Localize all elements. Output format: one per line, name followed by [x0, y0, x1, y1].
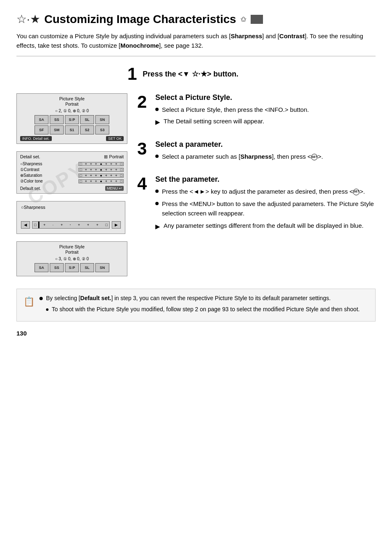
step-1-row: 1 Press the <▼ ☆·★> button. [16, 65, 376, 83]
step-1-title: Press the <▼ ☆·★> button. [143, 69, 238, 79]
title-icon: ☆·★ [16, 12, 40, 26]
step-2-bullet-1: Select a Picture Style, then press the <… [155, 105, 376, 115]
icon-s3: S3 [95, 125, 109, 134]
step-4-bullet-2: Press the <MENU> button to save the adju… [155, 199, 376, 218]
panel1-title: Picture Style [20, 96, 124, 101]
icon-sa: SA [35, 115, 48, 124]
sharpness-panel-title: ○Sharpness [21, 205, 121, 210]
note-bullet-2-text: To shoot with the Picture Style you modi… [52, 305, 360, 314]
note-bullet-2: To shoot with the Picture Style you modi… [39, 305, 360, 314]
icon-sp: S:P [65, 115, 79, 124]
title-rect [251, 15, 263, 24]
sharpness-slider: □ + + + ● + + + □ [78, 162, 124, 166]
step-2-bullet-1-text: Select a Picture Style, then press the <… [162, 105, 309, 115]
panel1-icons-row2: SF SM S1 S2 S3 [20, 125, 124, 134]
step-1-number: 1 [127, 65, 137, 83]
sharpness-right-arrow[interactable]: ► [112, 221, 121, 229]
picture-style-panel-2: Picture Style Portrait ○ 3, ① 0, ⊕ 0, ② … [16, 241, 127, 276]
info-button[interactable]: INFO. Detail set. [20, 136, 52, 141]
detail-bottom: Default set. MENU ↩ [20, 186, 124, 191]
main-layout: Picture Style Portrait ○ 2, ① 0, ⊕ 0, ② … [16, 93, 376, 276]
bullet-dot-small [46, 308, 48, 311]
step-2-number: 2 [137, 93, 150, 111]
sharpness-main-track: □ + · + · + + + □ [32, 221, 110, 229]
step-4-title: Set the parameter. [155, 175, 376, 184]
icon-sl: SL [80, 115, 94, 124]
set-ok-button[interactable]: SET OK [106, 136, 124, 141]
step-4-bullet-3-text: Any parameter settings different from th… [164, 221, 364, 231]
sharpness-marker [38, 222, 39, 228]
bullet-dot [155, 155, 159, 158]
step-3: 3 Select a parameter. Select a parameter… [137, 140, 376, 164]
p2-icon-ss: SS [50, 263, 64, 272]
detail-set-panel: COPY Detail set. ⊞ Portrait ○Sharpness □… [16, 151, 127, 194]
intro-text: You can customize a Picture Style by adj… [16, 32, 376, 50]
panel1-icons-row1: SA SS S:P SL SN [20, 115, 124, 124]
icon-sn: SN [95, 115, 109, 124]
icon-s1: S1 [65, 125, 79, 134]
icon-s2: S2 [80, 125, 94, 134]
sharpness-label: ○Sharpness [20, 162, 42, 166]
panel1-bottom: INFO. Detail set. SET OK [20, 136, 124, 141]
sharpness-panel: ○Sharpness ◄ □ + · + · + + + □ [16, 201, 125, 234]
panel4-values: ○ 3, ① 0, ⊕ 0, ② 0 [20, 257, 124, 261]
panel4-icons-row1: SA SS S:P SL SN [20, 263, 124, 272]
step-3-number: 3 [137, 140, 150, 157]
title-star: ✩ [240, 15, 247, 24]
note-icon: 📋 [23, 295, 35, 316]
step-2-bullet-2-text: The Detail setting screen will appear. [164, 117, 264, 126]
p2-icon-sn: SN [95, 263, 109, 272]
step-4: 4 Set the parameter. Press the <◄►> key … [137, 175, 376, 234]
detail-portrait: ⊞ Portrait [104, 154, 124, 160]
arrow-icon: ▶ [155, 222, 160, 231]
step-3-bullet-1-text: Select a parameter such as [Sharpness], … [162, 152, 323, 162]
colortone-label: ②Color tone [20, 179, 43, 183]
colortone-slider: □ + + + ● + + + □ [78, 179, 124, 183]
step-4-bullet-1: Press the <◄►> key to adjust the paramet… [155, 187, 376, 197]
step-2-title: Select a Picture Style. [155, 93, 376, 102]
note-section: 📋 By selecting [Default set.] in step 3,… [16, 289, 376, 322]
panel4-title: Picture Style [20, 244, 124, 249]
step-4-bullet-2-text: Press the <MENU> button to save the adju… [162, 199, 376, 218]
default-set-label: Default set. [20, 186, 41, 191]
saturation-label: ⊕Saturation [20, 173, 42, 178]
step-4-content: Set the parameter. Press the <◄►> key to… [155, 175, 376, 234]
page-number: 130 [16, 330, 376, 337]
arrow-icon: ▶ [155, 118, 160, 127]
step-4-bullet-1-text: Press the <◄►> key to adjust the paramet… [162, 187, 365, 197]
step-3-content: Select a parameter. Select a parameter s… [155, 140, 376, 164]
menu-button[interactable]: MENU ↩ [105, 186, 124, 191]
step-4-bullet-3: ▶ Any parameter settings different from … [155, 221, 376, 231]
saturation-slider: □ + + + ● + + + □ [78, 174, 124, 178]
title-area: ☆·★ Customizing Image Characteristics ✩ [16, 12, 376, 26]
panel4-subtitle: Portrait [20, 250, 124, 255]
right-column: 2 Select a Picture Style. Select a Pictu… [137, 93, 376, 276]
bullet-dot [155, 190, 159, 193]
note-content: By selecting [Default set.] in step 3, y… [39, 294, 360, 316]
sharpness-left-arrow[interactable]: ◄ [21, 221, 30, 229]
p2-icon-sl: SL [80, 263, 94, 272]
icon-ss: SS [50, 115, 64, 124]
step-3-title: Select a parameter. [155, 140, 376, 149]
icon-sm: SM [50, 125, 64, 134]
contrast-label: ①Contrast [20, 167, 39, 172]
step-4-number: 4 [137, 175, 150, 192]
contrast-slider: □ + + + ● + + + □ [78, 168, 124, 172]
saturation-row: ⊕Saturation □ + + + ● + + + □ [20, 173, 124, 178]
bullet-dot [155, 202, 159, 205]
detail-panel-header: Detail set. ⊞ Portrait [20, 154, 124, 160]
note-bullet-1-text: By selecting [Default set.] in step 3, y… [46, 294, 331, 303]
p2-icon-sp: S:P [65, 263, 79, 272]
left-column: Picture Style Portrait ○ 2, ① 0, ⊕ 0, ② … [16, 93, 127, 276]
p2-icon-sa: SA [35, 263, 48, 272]
sharpness-slider-row: ◄ □ + · + · + + + □ ► [21, 221, 121, 229]
icon-sf: SF [35, 125, 48, 134]
note-bullet-1: By selecting [Default set.] in step 3, y… [39, 294, 360, 303]
panel1-values: ○ 2, ① 0, ⊕ 0, ② 0 [20, 109, 124, 113]
step-2: 2 Select a Picture Style. Select a Pictu… [137, 93, 376, 129]
page-title: Customizing Image Characteristics [44, 13, 236, 26]
step-3-bullet-1: Select a parameter such as [Sharpness], … [155, 152, 376, 162]
colortone-row: ②Color tone □ + + + ● + + + □ [20, 179, 124, 183]
bullet-dot [155, 108, 159, 111]
step-2-content: Select a Picture Style. Select a Picture… [155, 93, 376, 129]
